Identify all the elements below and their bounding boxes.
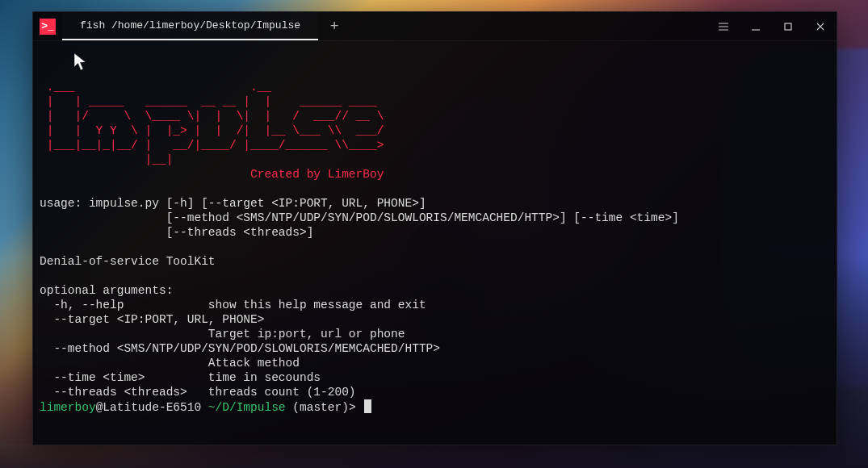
terminal-output: .___ .__ | | _____ ______ __ __ | | ____… (40, 80, 830, 415)
app-icon: >_ (33, 12, 62, 40)
option-line: --time <time> time in secounds (40, 371, 321, 384)
prompt-path: ~/D/Impulse (208, 401, 286, 414)
description-line: Denial-of-service ToolKit (40, 255, 216, 268)
tab-title: fish /home/limerboy/Desktop/Impulse (80, 19, 300, 31)
usage-line: [--method <SMS/NTP/UDP/SYN/POD/SLOWLORIS… (40, 211, 679, 224)
tab-active[interactable]: fish /home/limerboy/Desktop/Impulse (62, 12, 318, 40)
option-line: Target ip:port, url or phone (40, 328, 405, 341)
terminal-viewport[interactable]: .___ .__ | | _____ ______ __ __ | | ____… (33, 41, 837, 445)
terminal-window: >_ fish /home/limerboy/Desktop/Impulse +… (32, 11, 837, 445)
prompt-host: @Latitude-E6510 (96, 401, 208, 414)
credit-line: Created by LimerBoy (250, 168, 384, 181)
minimize-button[interactable] (740, 12, 772, 40)
options-header: optional arguments: (40, 284, 173, 297)
option-line: -h, --help show this help message and ex… (40, 299, 426, 311)
close-icon (815, 21, 826, 32)
svg-rect-0 (785, 23, 791, 30)
usage-line: [--threads <threads>] (40, 226, 313, 239)
minimize-icon (750, 21, 761, 32)
new-tab-button[interactable]: + (318, 12, 350, 40)
option-line: --threads <threads> threads count (1-200… (40, 386, 356, 399)
prompt-branch: (master)> (286, 401, 363, 414)
window-titlebar[interactable]: >_ fish /home/limerboy/Desktop/Impulse + (33, 12, 837, 41)
mouse-cursor-icon (73, 52, 90, 76)
plus-icon: + (330, 19, 339, 35)
titlebar-spacer (350, 12, 707, 40)
maximize-icon (782, 21, 794, 32)
hamburger-icon (717, 20, 730, 33)
hamburger-menu-button[interactable] (707, 12, 740, 40)
terminal-cursor[interactable] (364, 399, 371, 413)
ascii-logo: .___ .__ | | _____ ______ __ __ | | ____… (40, 81, 398, 166)
close-button[interactable] (804, 12, 837, 40)
usage-line: usage: impulse.py [-h] [--target <IP:POR… (40, 197, 426, 210)
option-line: --target <IP:PORT, URL, PHONE> (40, 313, 264, 326)
terminal-logo-icon: >_ (40, 19, 56, 35)
option-line: --method <SMS/NTP/UDP/SYN/POD/SLOWLORIS/… (40, 342, 440, 355)
option-line: Attack method (40, 357, 300, 370)
prompt-user: limerboy (40, 401, 96, 414)
maximize-button[interactable] (772, 12, 804, 40)
